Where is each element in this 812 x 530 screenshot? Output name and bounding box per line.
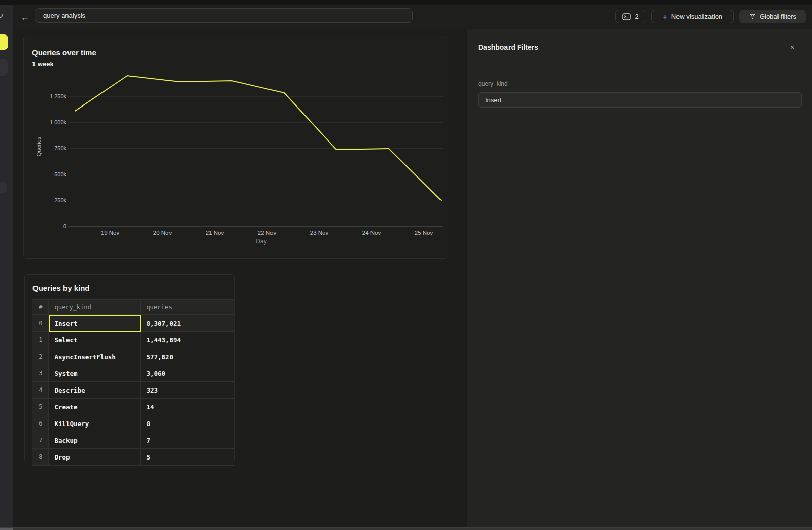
back-button[interactable]: ← bbox=[17, 10, 32, 24]
queries-value-cell[interactable]: 577,820 bbox=[141, 348, 234, 365]
table-row: 1Select1,443,894 bbox=[32, 332, 234, 348]
query-kind-cell[interactable]: Drop bbox=[49, 449, 141, 466]
filters-panel-title: Dashboard Filters bbox=[478, 43, 538, 51]
queries-value-cell[interactable]: 8 bbox=[141, 415, 234, 432]
funnel-icon bbox=[749, 13, 756, 20]
svg-text:500k: 500k bbox=[54, 171, 66, 178]
panel-divider bbox=[467, 65, 812, 65]
queries-over-time-card: Queries over time 1 week 0250k500k750k1 … bbox=[23, 36, 448, 259]
svg-text:22 Nov: 22 Nov bbox=[258, 230, 277, 236]
close-panel-button[interactable]: × bbox=[788, 43, 797, 52]
svg-text:Day: Day bbox=[256, 238, 266, 245]
queries-value-cell[interactable]: 7 bbox=[141, 432, 234, 449]
table-row: 5Create14 bbox=[32, 399, 234, 415]
new-visualization-button[interactable]: + New visualization bbox=[651, 10, 734, 23]
new-visualization-label: New visualization bbox=[671, 13, 722, 20]
queries-value-cell[interactable]: 5 bbox=[141, 449, 234, 466]
svg-text:1 250k: 1 250k bbox=[50, 93, 67, 99]
row-index-cell[interactable]: 4 bbox=[32, 382, 49, 399]
queries-table: # query_kind queries 0Insert8,307,0211Se… bbox=[32, 299, 234, 466]
svg-text:25 Nov: 25 Nov bbox=[415, 230, 433, 236]
table-row: 8Drop5 bbox=[32, 449, 234, 466]
queries-by-kind-card: Queries by kind # query_kind queries 0In… bbox=[24, 274, 235, 463]
query-kind-cell[interactable]: KillQuery bbox=[49, 415, 141, 432]
table-row: 6KillQuery8 bbox=[32, 415, 234, 432]
sidebar-item[interactable] bbox=[0, 182, 7, 193]
svg-text:19 Nov: 19 Nov bbox=[101, 230, 120, 236]
query-kind-cell[interactable]: Backup bbox=[49, 432, 141, 449]
refresh-icon[interactable]: ↻ bbox=[0, 11, 3, 20]
dashboard-filters-panel: Dashboard Filters × query_kind bbox=[467, 29, 812, 527]
table-header-row: # query_kind queries bbox=[32, 300, 234, 315]
row-index-cell[interactable]: 1 bbox=[32, 332, 49, 348]
table-row: 4Describe323 bbox=[32, 382, 234, 399]
app-window: ↻ ← 2 + New visualization bbox=[0, 0, 812, 530]
svg-text:1 000k: 1 000k bbox=[50, 119, 67, 125]
column-header-index: # bbox=[32, 300, 49, 315]
query-kind-cell[interactable]: Insert bbox=[49, 315, 141, 332]
query-kind-cell[interactable]: System bbox=[49, 365, 141, 382]
queries-table-body: 0Insert8,307,0211Select1,443,8942AsyncIn… bbox=[32, 315, 234, 466]
query-kind-cell[interactable]: Select bbox=[49, 332, 141, 348]
column-header-query-kind: query_kind bbox=[49, 300, 141, 315]
back-arrow-icon: ← bbox=[20, 12, 29, 22]
sidebar: ↻ bbox=[0, 5, 14, 527]
svg-text:750k: 750k bbox=[54, 145, 66, 151]
queries-line-chart[interactable]: 0250k500k750k1 000k1 250k19 Nov20 Nov21 … bbox=[24, 36, 448, 258]
queries-value-cell[interactable]: 3,060 bbox=[141, 365, 234, 382]
queries-value-cell[interactable]: 14 bbox=[141, 399, 234, 415]
sidebar-item[interactable] bbox=[0, 59, 8, 76]
table-row: 7Backup7 bbox=[32, 432, 234, 449]
console-count-button[interactable]: 2 bbox=[615, 10, 646, 23]
svg-text:24 Nov: 24 Nov bbox=[362, 230, 381, 236]
row-index-cell[interactable]: 3 bbox=[32, 365, 49, 382]
window-bottom-strip bbox=[0, 527, 812, 530]
table-row: 2AsyncInsertFlush577,820 bbox=[32, 348, 234, 365]
row-index-cell[interactable]: 2 bbox=[32, 348, 49, 365]
column-header-queries: queries bbox=[141, 300, 234, 315]
query-kind-cell[interactable]: Describe bbox=[49, 382, 141, 399]
global-filters-label: Global filters bbox=[760, 13, 796, 20]
svg-text:20 Nov: 20 Nov bbox=[153, 230, 172, 236]
filter-field-label: query_kind bbox=[478, 80, 508, 87]
query-kind-filter-input[interactable] bbox=[478, 92, 802, 108]
table-row: 3System3,060 bbox=[32, 365, 234, 382]
queries-value-cell[interactable]: 8,307,021 bbox=[141, 315, 234, 332]
svg-text:Queries: Queries bbox=[36, 136, 42, 156]
queries-value-cell[interactable]: 1,443,894 bbox=[141, 332, 234, 348]
query-kind-cell[interactable]: AsyncInsertFlush bbox=[49, 348, 141, 365]
row-index-cell[interactable]: 7 bbox=[32, 432, 49, 449]
query-kind-cell[interactable]: Create bbox=[49, 399, 141, 415]
plus-icon: + bbox=[663, 13, 667, 20]
row-index-cell[interactable]: 8 bbox=[32, 449, 49, 466]
row-index-cell[interactable]: 0 bbox=[32, 315, 49, 332]
dashboard-title-input[interactable] bbox=[35, 8, 413, 23]
row-index-cell[interactable]: 5 bbox=[32, 399, 49, 415]
svg-text:23 Nov: 23 Nov bbox=[310, 230, 329, 236]
svg-text:21 Nov: 21 Nov bbox=[206, 230, 224, 236]
window-top-strip bbox=[0, 0, 812, 5]
window-bottom-strip-left bbox=[0, 528, 13, 530]
sidebar-item-active[interactable] bbox=[0, 34, 8, 50]
table-row: 0Insert8,307,021 bbox=[32, 315, 234, 332]
topbar: ← 2 + New visualization Global fi bbox=[13, 5, 812, 29]
console-count-value: 2 bbox=[635, 13, 638, 20]
queries-value-cell[interactable]: 323 bbox=[141, 382, 234, 399]
table-title: Queries by kind bbox=[32, 284, 90, 292]
svg-text:0: 0 bbox=[63, 223, 66, 229]
svg-text:250k: 250k bbox=[54, 197, 66, 203]
global-filters-button[interactable]: Global filters bbox=[739, 10, 806, 23]
dashboard-area: Queries over time 1 week 0250k500k750k1 … bbox=[13, 29, 467, 527]
sql-console-icon bbox=[622, 13, 631, 20]
close-icon: × bbox=[790, 43, 794, 51]
row-index-cell[interactable]: 6 bbox=[32, 415, 49, 432]
